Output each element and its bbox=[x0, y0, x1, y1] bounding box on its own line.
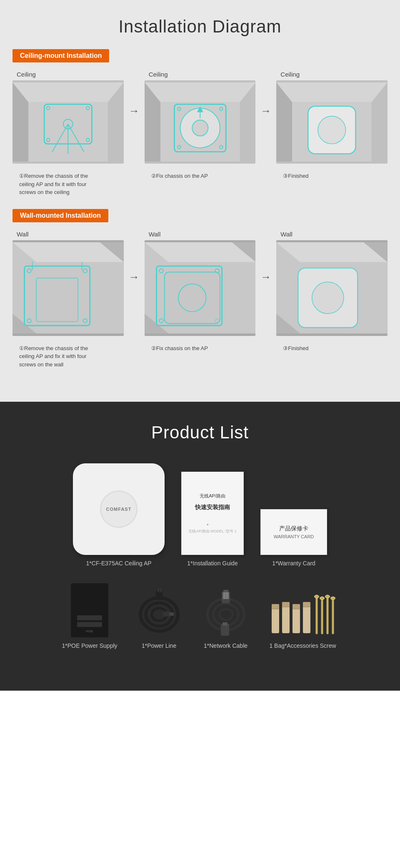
svg-rect-77 bbox=[221, 624, 229, 636]
wall-steps-row: Wall bbox=[12, 231, 388, 336]
svg-point-31 bbox=[318, 116, 346, 144]
product-item-power-line: 1*Power Line bbox=[134, 587, 184, 649]
svg-point-69 bbox=[219, 609, 232, 620]
power-line-svg bbox=[134, 587, 184, 637]
svg-point-68 bbox=[213, 604, 238, 625]
poe-port-1 bbox=[77, 615, 102, 620]
product-item-warranty: 产品保修卡 WARRANTY CARD 1*Warranty Card bbox=[260, 509, 327, 567]
ceiling-desc-1: ①Remove the chassis of the ceiling AP an… bbox=[12, 168, 124, 196]
ceiling-steps-row: Ceiling bbox=[12, 71, 388, 164]
screws-label: 1 Bag*Accessories Screw bbox=[269, 642, 336, 649]
wall-arrow-2: → bbox=[255, 271, 276, 284]
svg-marker-14 bbox=[145, 82, 256, 102]
ceiling-arrow-1: → bbox=[124, 104, 145, 117]
installation-title: Installation Diagram bbox=[12, 17, 388, 37]
svg-rect-75 bbox=[227, 592, 228, 599]
ceiling-step-2: Ceiling bbox=[145, 71, 256, 164]
svg-rect-63 bbox=[158, 588, 159, 592]
ceiling-step-3-image bbox=[276, 80, 388, 164]
wall-step-3-desc: ③Finished bbox=[280, 344, 364, 353]
guide-book: 无线AP/路由 快速安装指南 ✦ 无线AP/路由 MODEL: 型号 1 bbox=[181, 472, 244, 555]
wall-step-3-location: Wall bbox=[276, 231, 292, 238]
ceiling-step-3-desc: ③Finished bbox=[280, 172, 364, 180]
ceiling-subsection: Ceiling-mount Installation Ceiling bbox=[12, 49, 388, 196]
product-item-guide: 无线AP/路由 快速安装指南 ✦ 无线AP/路由 MODEL: 型号 1 1*I… bbox=[181, 472, 244, 567]
svg-rect-74 bbox=[225, 592, 226, 599]
warranty-label: 1*Warranty Card bbox=[272, 560, 315, 567]
svg-rect-80 bbox=[272, 604, 279, 609]
wall-step-1: Wall bbox=[12, 231, 124, 336]
ceiling-arrow-2: → bbox=[255, 104, 276, 117]
product-list-title: Product List bbox=[17, 423, 383, 443]
warranty-card: 产品保修卡 WARRANTY CARD bbox=[260, 509, 327, 555]
ceiling-desc-3: ③Finished bbox=[276, 168, 388, 180]
wall-subsection: Wall-mounted Installation Wall bbox=[12, 209, 388, 369]
wall-arrow-1: → bbox=[124, 271, 145, 284]
svg-point-23 bbox=[192, 120, 208, 136]
guide-image: 无线AP/路由 快速安装指南 ✦ 无线AP/路由 MODEL: 型号 1 bbox=[181, 472, 244, 555]
wall-step-1-location: Wall bbox=[12, 231, 29, 238]
power-line-label: 1*Power Line bbox=[142, 642, 176, 649]
wall-label: Wall-mounted Installation bbox=[12, 209, 108, 222]
guide-title-cn: 无线AP/路由 bbox=[200, 492, 225, 500]
ceiling-ap-image: COMFAST bbox=[73, 463, 165, 555]
ceiling-ap-label: 1*CF-E375AC Ceiling AP bbox=[86, 560, 151, 567]
product-section: Product List COMFAST 1*CF-E375AC Ceiling… bbox=[0, 402, 400, 691]
svg-text:✦: ✦ bbox=[206, 523, 209, 527]
guide-footer: ✦ 无线AP/路由 MODEL: 型号 1 bbox=[188, 520, 237, 534]
poe-port-2 bbox=[77, 622, 102, 627]
wall-desc-3: ③Finished bbox=[276, 340, 388, 353]
warranty-title-en: WARRANTY CARD bbox=[274, 534, 314, 539]
ceiling-desc-row: ①Remove the chassis of the ceiling AP an… bbox=[12, 168, 388, 196]
power-line-image bbox=[134, 587, 184, 637]
wall-step-2-location: Wall bbox=[145, 231, 161, 238]
ceiling-step-3-location: Ceiling bbox=[276, 71, 300, 78]
product-item-screws: 1 Bag*Accessories Screw bbox=[268, 592, 338, 649]
screws-svg bbox=[268, 592, 338, 637]
poe-label: 1*POE Power Supply bbox=[62, 642, 117, 649]
ceiling-step-1: Ceiling bbox=[12, 71, 124, 164]
svg-marker-27 bbox=[276, 82, 388, 102]
ceiling-label: Ceiling-mount Installation bbox=[12, 49, 109, 62]
wall-desc-1: ①Remove the chassis of the ceiling AP an… bbox=[12, 340, 124, 369]
ceiling-step-2-desc: ②Fix chassis on the AP bbox=[149, 172, 232, 180]
network-cable-label: 1*Network Cable bbox=[204, 642, 248, 649]
wall-step-2-desc: ②Fix chassis on the AP bbox=[149, 344, 232, 353]
ceiling-ap-device: COMFAST bbox=[73, 463, 165, 555]
warranty-title-cn: 产品保修卡 bbox=[279, 525, 308, 532]
guide-subtitle-cn: 快速安装指南 bbox=[195, 504, 230, 511]
ceiling-step-2-location: Ceiling bbox=[145, 71, 168, 78]
comfast-brand: COMFAST bbox=[106, 507, 132, 512]
svg-rect-72 bbox=[223, 592, 224, 599]
svg-rect-89 bbox=[303, 602, 310, 607]
wall-step-1-image bbox=[12, 240, 124, 336]
wall-step-1-desc: ①Remove the chassis of the ceiling AP an… bbox=[17, 344, 100, 369]
guide-label: 1*Installation Guide bbox=[187, 560, 238, 567]
wall-desc-row: ①Remove the chassis of the ceiling AP an… bbox=[12, 340, 388, 369]
svg-rect-64 bbox=[160, 588, 162, 592]
wall-step-3: Wall bbox=[276, 231, 388, 336]
svg-point-52 bbox=[178, 284, 206, 312]
wall-desc-2: ②Fix chassis on the AP bbox=[145, 340, 256, 353]
svg-rect-83 bbox=[282, 602, 290, 607]
installation-section: Installation Diagram Ceiling-mount Insta… bbox=[0, 0, 400, 402]
svg-rect-78 bbox=[222, 622, 228, 626]
poe-image: POE bbox=[71, 583, 108, 637]
ceiling-step-3: Ceiling bbox=[276, 71, 388, 164]
svg-rect-76 bbox=[228, 592, 229, 599]
poe-text: POE bbox=[86, 629, 93, 633]
network-cable-svg bbox=[201, 587, 251, 637]
product-item-network-cable: 1*Network Cable bbox=[201, 587, 251, 649]
ceiling-ap-inner: COMFAST bbox=[100, 490, 138, 528]
svg-rect-66 bbox=[170, 612, 174, 616]
product-item-poe: POE 1*POE Power Supply bbox=[62, 583, 117, 649]
svg-rect-86 bbox=[292, 604, 300, 609]
ceiling-step-1-image bbox=[12, 80, 124, 164]
ceiling-step-1-location: Ceiling bbox=[12, 71, 36, 78]
warranty-image: 产品保修卡 WARRANTY CARD bbox=[260, 509, 327, 555]
wall-step-2: Wall bbox=[145, 231, 256, 336]
screws-image bbox=[268, 592, 338, 637]
svg-point-57 bbox=[312, 282, 344, 313]
svg-rect-73 bbox=[224, 592, 225, 599]
ceiling-step-1-desc: ①Remove the chassis of the ceiling AP an… bbox=[17, 172, 100, 196]
